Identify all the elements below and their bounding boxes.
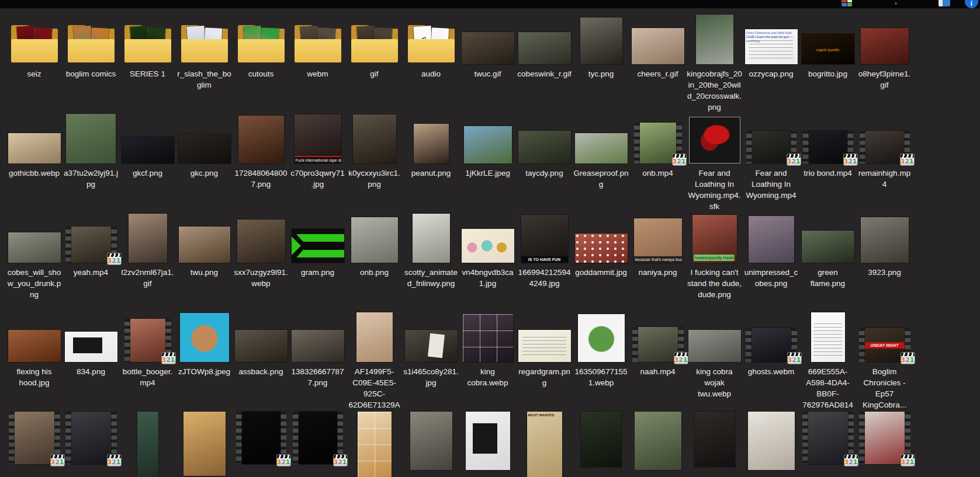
file-item[interactable]: kingcobrajfs_20in_20the_20wild_20crosswa… (686, 15, 743, 114)
file-thumbnail (15, 412, 54, 464)
video-file-item[interactable]: 321 (6, 412, 63, 477)
thumbnail-caption: Fuck international rape day (295, 156, 341, 163)
file-item[interactable]: vn4bngvdb3ca1.jpg (459, 213, 516, 312)
thumbnail-area (353, 114, 396, 163)
video-file-item[interactable]: 321 (63, 412, 119, 477)
file-item[interactable]: goddammit.jpg (573, 213, 629, 312)
file-item[interactable]: k0ycxxyu3irc1.png (346, 114, 403, 213)
file-item[interactable]: zJTOWp8.jpeg (176, 312, 233, 412)
file-item[interactable] (686, 412, 743, 477)
file-item[interactable]: because that's naniya businessnaniya.png (629, 213, 686, 312)
view-mosaic-icon[interactable] (842, 0, 852, 6)
file-item[interactable]: gram.png (289, 213, 346, 312)
thumbnail-area (129, 213, 167, 263)
file-item[interactable] (346, 412, 403, 477)
file-item[interactable] (743, 412, 799, 477)
file-item[interactable]: 1635096771551.webp (573, 312, 629, 412)
file-item[interactable]: homeboyscotty HackmanI fucking can't sta… (686, 213, 743, 312)
video-file-item[interactable]: 321remainhigh.mp4 (856, 114, 913, 213)
file-item[interactable] (119, 412, 176, 477)
video-file-item[interactable]: 321Fear and Loathing In Wyoming.mp4 (743, 114, 799, 213)
file-thumbnail (410, 412, 452, 470)
file-item[interactable]: assback.png (233, 312, 289, 412)
split-view-icon[interactable] (939, 0, 950, 6)
thumbnail-caption: ONDAY NIGHT (865, 342, 905, 349)
file-item[interactable]: 669E555A-A598-4DA4-BB0F-762976AD814B.png (799, 312, 856, 412)
info-button[interactable]: i (965, 0, 978, 8)
file-item[interactable]: twuc.gif (459, 15, 516, 114)
folder-item[interactable]: seiz (6, 15, 63, 114)
thumbnail-area: IS TO HAVE FUN (521, 213, 568, 263)
file-item[interactable]: gkcf.png (119, 114, 176, 213)
file-item[interactable]: gkc.png (176, 114, 233, 213)
video-file-item[interactable]: 321 (799, 412, 856, 477)
file-item[interactable]: roach burritobogritto.jpg (799, 15, 856, 114)
file-item[interactable]: green flame.png (799, 213, 856, 312)
file-item[interactable]: gothicbb.webp (6, 114, 63, 213)
thumbnail-area (351, 213, 398, 263)
file-item[interactable]: unimpressed_cobes.png (743, 213, 799, 312)
file-thumbnail (809, 131, 847, 163)
folder-item[interactable]: SERIES 1 (119, 15, 176, 114)
video-file-item[interactable]: 321yeah.mp4 (63, 213, 119, 312)
folder-item[interactable]: ♫audio (403, 15, 459, 114)
file-item[interactable] (403, 412, 459, 477)
file-item[interactable]: regardgram.png (516, 312, 573, 412)
video-file-item[interactable]: 321 (233, 412, 289, 477)
file-item[interactable] (573, 412, 629, 477)
file-item[interactable]: 1728480648007.png (233, 114, 289, 213)
file-item[interactable]: 3923.png (856, 213, 913, 312)
file-item[interactable]: 1jKkrLE.jpeg (459, 114, 516, 213)
file-item[interactable]: AF1499F5-C09E-45E5-925C-62D6E71329A9.png (346, 312, 403, 412)
file-item[interactable]: taycdy.png (516, 114, 573, 213)
file-item[interactable]: scotty_animated_fnlinwy.png (403, 213, 459, 312)
file-item[interactable] (629, 412, 686, 477)
file-item[interactable]: s1i465co8y281.jpg (403, 312, 459, 412)
folder-item[interactable]: cutouts (233, 15, 289, 114)
file-item[interactable]: onb.png (346, 213, 403, 312)
file-item[interactable] (176, 412, 233, 477)
file-item[interactable]: sxx7uzgyz9l91.webp (233, 213, 289, 312)
file-item[interactable]: king cobra.webp (459, 312, 516, 412)
file-item[interactable]: o8heyf3pirne1.gif (856, 15, 913, 114)
video-file-item[interactable]: 321ghosts.webm (743, 312, 799, 412)
thumbnail-area (137, 412, 158, 477)
file-label: Greaseproof.png (573, 168, 629, 190)
file-item[interactable]: cobeswink_r.gif (516, 15, 573, 114)
file-item[interactable]: MOST WANTED (516, 412, 573, 477)
file-item[interactable]: l2zv2nml67ja1.gif (119, 213, 176, 312)
video-file-item[interactable]: 321 (856, 412, 913, 477)
video-file-item[interactable]: 321onb.mp4 (629, 114, 686, 213)
file-item[interactable]: Fuck international rape dayc70pro3qwry71… (289, 114, 346, 213)
file-item[interactable]: Greaseproof.png (573, 114, 629, 213)
folder-item[interactable]: boglim comics (63, 15, 119, 114)
file-item[interactable]: twu.png (176, 213, 233, 312)
file-item[interactable]: cheers_r.gif (629, 15, 686, 114)
file-item[interactable]: king cobra wojak twu.webp (686, 312, 743, 412)
file-item[interactable]: Fear and Loathing In Wyoming.mp4.sfk (686, 114, 743, 213)
file-item[interactable]: peanut.png (403, 114, 459, 213)
file-label: remainhigh.mp4 (857, 168, 912, 190)
file-item[interactable] (459, 412, 516, 477)
file-label: 1635096771551.webp (573, 366, 629, 388)
folder-item[interactable]: gif (346, 15, 403, 114)
video-file-item[interactable]: 321 (289, 412, 346, 477)
video-file-item[interactable]: 321naah.mp4 (629, 312, 686, 412)
thumbnail-area (581, 412, 622, 477)
video-file-item[interactable]: 321trio bond.mp4 (799, 114, 856, 213)
folder-item[interactable]: webm (289, 15, 346, 114)
file-item[interactable]: flexing his hood.jpg (6, 312, 63, 412)
video-file-item[interactable]: ONDAY NIGHT321Boglim Chronicles - Ep57 K… (856, 312, 913, 412)
file-item[interactable]: cobes_will_show_you_drunk.png (6, 213, 63, 312)
file-item[interactable]: Ozzy Osbourne just died fuck 2025 I Can'… (743, 15, 799, 114)
file-item[interactable]: tyc.png (573, 15, 629, 114)
file-thumbnail (466, 412, 510, 470)
folder-item[interactable]: r_slash_the_boglim (176, 15, 233, 114)
file-item[interactable]: IS TO HAVE FUN1669942125944249.jpg (516, 213, 573, 312)
file-item[interactable]: 834.png (63, 312, 119, 412)
video-file-item[interactable]: 321bottle_booger.mp4 (119, 312, 176, 412)
file-thumbnail: IS TO HAVE FUN (521, 215, 568, 263)
file-thumbnail (413, 214, 450, 263)
file-item[interactable]: 1383266677877.png (289, 312, 346, 412)
file-item[interactable]: a37tu2w2lyj91.jpg (63, 114, 119, 213)
